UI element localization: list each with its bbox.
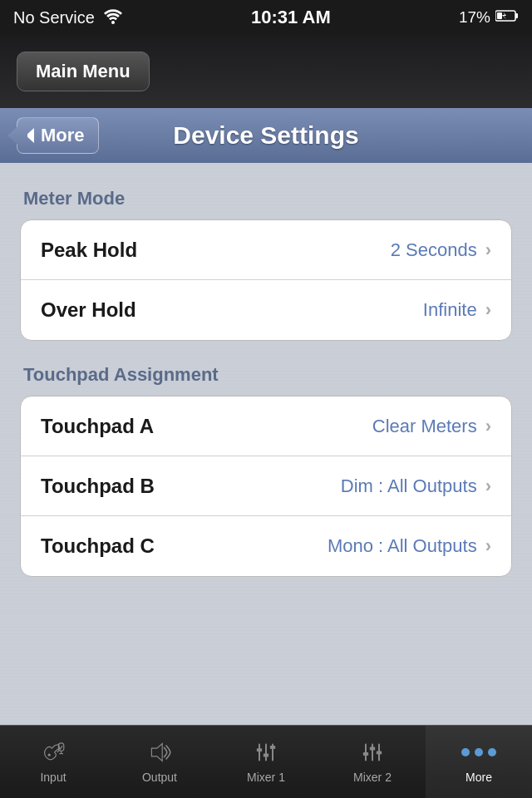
touchpad-c-chevron-icon: ›	[485, 535, 491, 557]
touchpad-a-value-container: Clear Meters ›	[372, 416, 491, 437]
over-hold-value: Infinite	[423, 299, 477, 321]
touchpad-a-chevron-icon: ›	[485, 416, 491, 437]
touchpad-c-value-container: Mono : All Outputs ›	[328, 535, 491, 557]
svg-rect-12	[264, 753, 268, 756]
svg-rect-11	[257, 748, 262, 751]
peak-hold-value: 2 Seconds	[391, 239, 477, 261]
battery-icon	[495, 8, 519, 27]
touchpad-b-value: Dim : All Outputs	[341, 475, 477, 497]
input-tab-icon	[38, 737, 68, 767]
svg-rect-18	[370, 746, 375, 750]
touchpad-a-row[interactable]: Touchpad A Clear Meters ›	[21, 397, 511, 456]
tab-output[interactable]: Output	[106, 726, 213, 798]
mixer1-tab-icon	[251, 737, 281, 767]
back-button-label: More	[41, 125, 85, 146]
output-tab-label: Output	[142, 771, 177, 784]
page-title: Device Settings	[173, 121, 358, 150]
mixer2-tab-icon	[357, 737, 387, 767]
touchpad-c-value: Mono : All Outputs	[328, 535, 477, 557]
svg-rect-13	[270, 746, 275, 749]
main-content: Meter Mode Peak Hold 2 Seconds › Over Ho…	[0, 163, 532, 725]
carrier-label: No Service	[13, 8, 95, 27]
over-hold-label: Over Hold	[41, 298, 136, 322]
more-tab-icon	[464, 737, 494, 767]
tab-more[interactable]: More	[426, 726, 532, 798]
tab-input[interactable]: Input	[0, 726, 106, 798]
svg-rect-19	[377, 751, 382, 754]
more-dot-1	[461, 748, 470, 756]
svg-point-4	[48, 753, 51, 756]
nav-bar: Main Menu	[0, 35, 532, 108]
touchpad-b-row[interactable]: Touchpad B Dim : All Outputs ›	[21, 456, 511, 516]
mixer2-tab-label: Mixer 2	[353, 771, 392, 784]
over-hold-chevron-icon: ›	[485, 299, 491, 321]
output-tab-icon	[145, 737, 175, 767]
peak-hold-row[interactable]: Peak Hold 2 Seconds ›	[21, 220, 511, 280]
wifi-icon	[103, 7, 123, 28]
peak-hold-value-container: 2 Seconds ›	[391, 239, 491, 261]
meter-mode-section-header: Meter Mode	[20, 188, 512, 209]
tab-bar: Input Output Mixer 1	[0, 725, 532, 798]
sub-nav-bar: More Device Settings	[0, 108, 532, 163]
over-hold-value-container: Infinite ›	[423, 299, 491, 321]
touchpad-c-label: Touchpad C	[41, 534, 155, 558]
peak-hold-chevron-icon: ›	[485, 239, 491, 261]
input-tab-label: Input	[40, 771, 66, 784]
svg-rect-17	[363, 752, 368, 756]
tab-mixer1[interactable]: Mixer 1	[213, 726, 319, 798]
back-arrow-icon	[26, 128, 34, 143]
touchpad-b-chevron-icon: ›	[485, 475, 491, 497]
svg-point-0	[111, 21, 115, 24]
touchpad-b-label: Touchpad B	[41, 475, 155, 498]
svg-rect-2	[515, 13, 518, 18]
touchpad-b-value-container: Dim : All Outputs ›	[341, 475, 491, 497]
time-label: 10:31 AM	[251, 7, 331, 27]
status-bar: No Service 10:31 AM 17%	[0, 0, 532, 35]
meter-mode-group: Peak Hold 2 Seconds › Over Hold Infinite…	[20, 219, 512, 341]
main-menu-button[interactable]: Main Menu	[17, 52, 150, 91]
battery-percent: 17%	[459, 8, 490, 27]
touchpad-group: Touchpad A Clear Meters › Touchpad B Dim…	[20, 396, 512, 577]
peak-hold-label: Peak Hold	[41, 239, 137, 262]
more-tab-label: More	[466, 771, 492, 784]
touchpad-section-header: Touchpad Assignment	[20, 364, 512, 386]
back-button[interactable]: More	[17, 117, 99, 154]
over-hold-row[interactable]: Over Hold Infinite ›	[21, 280, 511, 340]
mixer1-tab-label: Mixer 1	[247, 771, 285, 784]
svg-rect-3	[497, 12, 502, 19]
tab-mixer2[interactable]: Mixer 2	[319, 726, 426, 798]
more-dot-3	[488, 748, 496, 756]
touchpad-a-value: Clear Meters	[372, 416, 477, 437]
touchpad-a-label: Touchpad A	[41, 415, 154, 438]
more-dot-2	[475, 748, 483, 756]
touchpad-c-row[interactable]: Touchpad C Mono : All Outputs ›	[21, 516, 511, 576]
